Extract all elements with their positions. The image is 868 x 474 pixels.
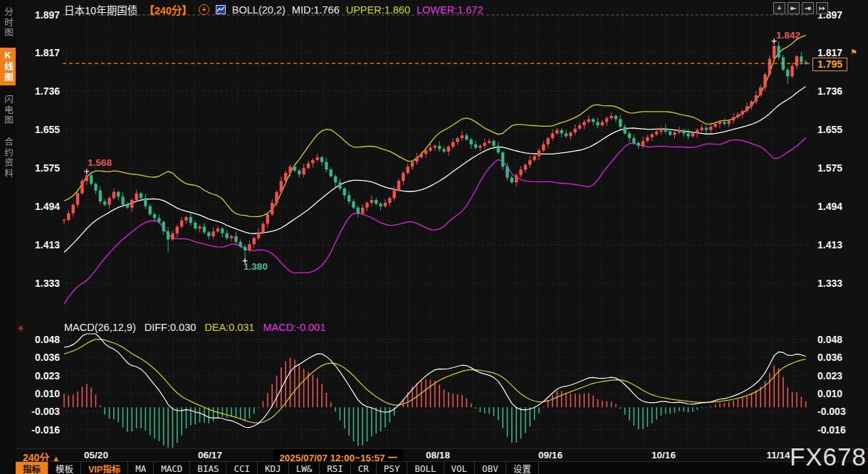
chart-type-sidebar: 分时图K线图闪电图合约资料 (0, 0, 16, 474)
boll-mid-value: MID:1.766 (292, 4, 340, 16)
extreme-price-label: 1.842 (776, 30, 800, 41)
toolbar-item-指标[interactable]: 指标 (16, 462, 48, 474)
macd-axis-label: 0.010 (817, 388, 857, 399)
toolbar-item-MA[interactable]: MA (128, 462, 154, 474)
indicator-toolbar: 指标模板VIP指标MAMACDBIASCCIKDJLW&RSICRPSYBOLL… (16, 461, 868, 474)
indicator-settings-icon[interactable]: ☀ (16, 323, 25, 334)
boll-lower-value: LOWER:1.672 (417, 4, 483, 16)
macd-axis-label: 0.036 (817, 352, 857, 363)
price-axis-label: 1.333 (20, 278, 60, 289)
symbol-name: 日本10年期国债 (64, 2, 137, 17)
kline-app: { "colors":{"up":"#ef5350","down":"#35b5… (0, 0, 868, 474)
price-axis-label: 1.333 (817, 278, 857, 289)
sidebar-tab-1[interactable]: 分时图 (0, 4, 16, 41)
macd-axis-label: 0.010 (20, 388, 60, 399)
toolbar-item-模板[interactable]: 模板 (48, 462, 81, 474)
price-axis-label: 1.494 (20, 201, 60, 212)
extreme-price-label: 1.568 (88, 157, 112, 168)
boll-indicator-label: BOLL(20,2) (232, 4, 286, 16)
toolbar-item-BIAS[interactable]: BIAS (190, 462, 226, 474)
scale-left-icon[interactable]: ⇤ (788, 2, 800, 14)
current-price-tag: 1.795 (812, 58, 847, 71)
toolbar-item-PSY[interactable]: PSY (377, 462, 408, 474)
macd-axis-label: -0.003 (20, 406, 60, 417)
time-axis-date: 05/20 (84, 450, 108, 460)
macd-axis-label: 0.036 (20, 352, 60, 363)
toolbar-item-MACD[interactable]: MACD (154, 462, 190, 474)
macd-axis-label: 0.048 (817, 334, 857, 345)
macd-macd-value: MACD:-0.001 (263, 322, 325, 333)
macd-title: MACD(26,12,9) (64, 322, 136, 333)
toolbar-item-LW&[interactable]: LW& (289, 462, 320, 474)
extreme-price-label: 1.380 (244, 261, 268, 272)
price-alert-flag-icon[interactable]: ⚑ (850, 48, 857, 57)
price-axis-label: 1.575 (817, 162, 857, 174)
price-axis-label: 1.494 (817, 201, 857, 212)
pan-icon[interactable]: + (773, 2, 785, 14)
macd-axis-label: 0.023 (20, 370, 60, 381)
toolbar-item-VOL[interactable]: VOL (444, 462, 476, 474)
macd-header: MACD(26,12,9) DIFF:0.030 DEA:0.031 MACD:… (64, 322, 325, 333)
time-axis-date: 08/18 (426, 450, 450, 460)
macd-axis-label: -0.016 (817, 424, 857, 436)
price-axis-label: 1.655 (817, 124, 857, 135)
fx678-watermark: FX678 (790, 443, 867, 471)
toolbar-item-CR[interactable]: CR (351, 462, 377, 474)
price-axis-label: 1.897 (20, 9, 60, 21)
time-axis-date: 11/14 (766, 450, 790, 460)
toolbar-item-KDJ[interactable]: KDJ (258, 462, 289, 474)
toolbar-item-BOLL[interactable]: BOLL (407, 462, 444, 474)
price-axis-label: 1.413 (817, 239, 857, 251)
time-axis-date: 10/16 (652, 450, 676, 460)
sidebar-tab-3[interactable]: 闪电图 (0, 92, 16, 129)
macd-dea-value: DEA:0.031 (204, 322, 254, 333)
price-axis-label: 1.817 (20, 47, 60, 58)
time-axis-date: 09/16 (538, 450, 563, 460)
toolbar-item-CCI[interactable]: CCI (226, 462, 258, 474)
toolbar-item-OBV[interactable]: OBV (475, 462, 506, 474)
sidebar-tab-2[interactable]: K线图 (0, 48, 16, 85)
main-chart-header: 日本10年期国债 【240分】 + BOLL(20,2) MID:1.766 U… (64, 2, 483, 17)
add-indicator-icon[interactable]: + (199, 4, 209, 15)
mini-chart-icon[interactable] (216, 5, 226, 14)
macd-axis-label: -0.016 (20, 424, 60, 436)
macd-axis-label: 0.048 (20, 334, 60, 345)
time-axis-bar: 240分 ▲ 2025/07/07 12:00~15:57 一 05/2006/… (16, 448, 868, 462)
price-axis-label: 1.413 (20, 239, 60, 251)
scale-right-icon[interactable]: ⇥ (802, 2, 814, 14)
toolbar-item-VIP指标[interactable]: VIP指标 (81, 462, 128, 474)
kline-chart-canvas[interactable] (0, 0, 868, 448)
macd-diff-value: DIFF:0.030 (145, 322, 197, 333)
toolbar-item-RSI[interactable]: RSI (320, 462, 351, 474)
toolbar-item-设置[interactable]: 设置 (506, 462, 539, 474)
sidebar-tab-4[interactable]: 合约资料 (0, 135, 16, 181)
price-axis-label: 1.655 (20, 124, 60, 135)
macd-axis-label: 0.023 (817, 370, 857, 381)
period-label: 【240分】 (144, 2, 192, 17)
go-latest-icon[interactable]: ↦ (816, 2, 828, 14)
price-axis-label: 1.575 (20, 162, 60, 174)
boll-upper-value: UPPER:1.860 (346, 4, 410, 16)
price-axis-label: 1.736 (20, 85, 60, 97)
price-axis-label: 1.736 (817, 85, 857, 97)
chart-scale-toolbar: +⇤⇥↦ (773, 2, 828, 14)
macd-axis-label: -0.003 (817, 406, 857, 417)
time-axis-date: 06/17 (198, 450, 222, 460)
